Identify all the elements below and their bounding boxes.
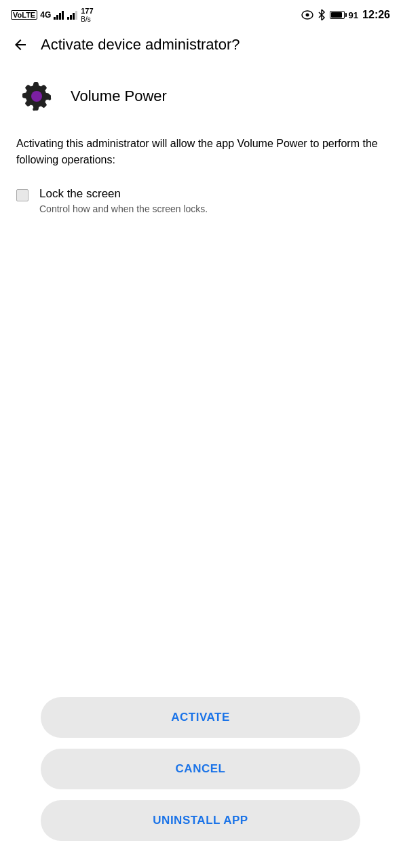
status-right: 91 12:26 [301, 9, 390, 21]
eye-icon [301, 10, 313, 20]
buttons-area: ACTIVATE CANCEL UNINSTALL APP [0, 697, 401, 841]
svg-rect-1 [56, 15, 58, 20]
data-unit: B/s [81, 16, 90, 23]
operations-list: Lock the screen Control how and when the… [0, 184, 401, 233]
back-arrow-icon [12, 37, 28, 53]
status-bar: VoLTE 4G 177 B/s [0, 0, 401, 27]
carrier-volte: VoLTE [11, 10, 37, 20]
signal-bars-2 [67, 10, 78, 20]
header: Activate device administrator? [0, 27, 401, 62]
time: 12:26 [362, 9, 390, 21]
bluetooth-icon [318, 9, 326, 20]
back-button[interactable] [11, 35, 30, 54]
svg-rect-7 [75, 11, 77, 20]
cancel-button[interactable]: CANCEL [41, 749, 360, 789]
data-speed-block: 177 B/s [81, 7, 93, 22]
operation-checkbox[interactable] [16, 189, 28, 201]
operation-text: Lock the screen Control how and when the… [39, 187, 208, 214]
description: Activating this administrator will allow… [0, 130, 401, 184]
svg-point-10 [31, 91, 42, 102]
status-left: VoLTE 4G 177 B/s [11, 7, 94, 22]
svg-rect-5 [70, 15, 72, 20]
battery-percent: 91 [349, 10, 358, 20]
activate-button[interactable]: ACTIVATE [41, 697, 360, 738]
app-info: Volume Power [0, 62, 401, 130]
svg-rect-6 [73, 13, 75, 20]
operation-title: Lock the screen [39, 187, 208, 201]
operation-description: Control how and when the screen locks. [39, 203, 208, 214]
page-title: Activate device administrator? [41, 36, 240, 54]
app-icon [16, 76, 57, 117]
uninstall-button[interactable]: UNINSTALL APP [41, 800, 360, 841]
svg-point-9 [305, 14, 309, 17]
gear-icon [16, 76, 57, 117]
svg-rect-0 [54, 17, 56, 20]
data-speed: 177 [81, 7, 93, 15]
app-name: Volume Power [71, 87, 167, 105]
svg-rect-3 [62, 11, 64, 20]
svg-rect-4 [67, 17, 69, 20]
signal-bars-1 [54, 10, 64, 20]
battery-icon [330, 11, 345, 19]
svg-rect-2 [59, 13, 61, 20]
network-4g: 4G [40, 10, 51, 20]
operation-item: Lock the screen Control how and when the… [16, 184, 385, 217]
